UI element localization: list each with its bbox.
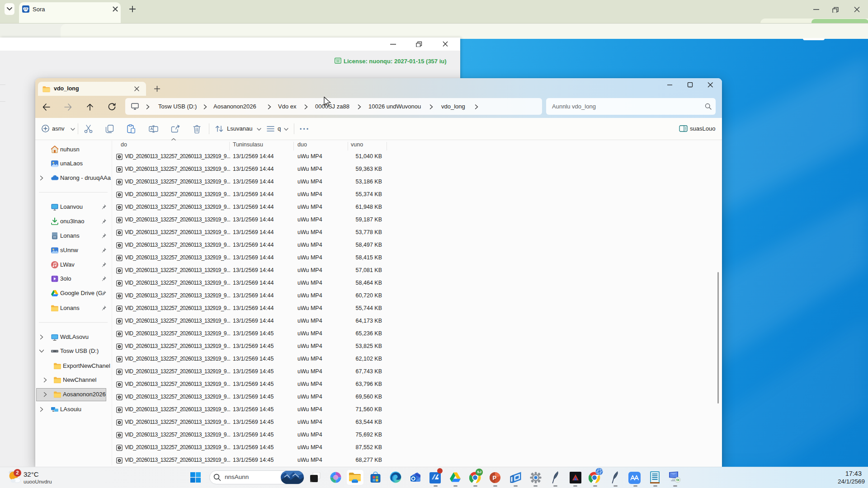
svg-text:P: P — [493, 474, 497, 481]
